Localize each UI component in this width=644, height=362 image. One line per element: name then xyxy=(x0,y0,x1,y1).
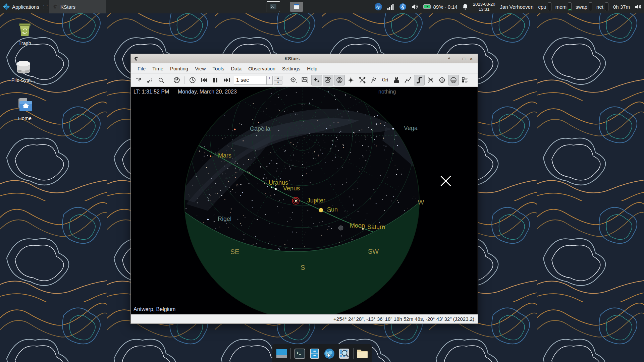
window-icon xyxy=(293,4,300,9)
timestep-plus-button[interactable]: + xyxy=(267,76,272,80)
taskbar-button-kstars[interactable]: KStars xyxy=(49,0,106,13)
zoom-in-button[interactable] xyxy=(133,75,144,85)
battery-indicator[interactable]: 89% - 0:14 xyxy=(423,0,458,13)
desktop-icon-home[interactable]: Home xyxy=(9,97,41,121)
menu-view[interactable]: View xyxy=(192,64,209,73)
toggle-deep-sky-objects-button[interactable] xyxy=(323,75,333,85)
battery-icon xyxy=(423,4,431,9)
dock xyxy=(272,344,372,362)
vega-dot xyxy=(392,128,394,129)
dock-app-finder-button[interactable] xyxy=(338,348,350,360)
toggle-horizontal-grid-button[interactable] xyxy=(437,75,447,85)
toggle-constellation-art-button[interactable] xyxy=(391,75,402,85)
dock-file-cabinet-button[interactable] xyxy=(309,348,321,360)
geographic-location-button[interactable] xyxy=(171,75,182,85)
toggle-equatorial-grid-button[interactable] xyxy=(425,75,436,85)
battery-text: 89% - 0:14 xyxy=(433,4,458,10)
menu-file[interactable]: File xyxy=(134,64,149,73)
pause-clock-button[interactable] xyxy=(210,75,221,85)
kstars-telescope-icon xyxy=(52,4,58,10)
audio-speaker-icon[interactable] xyxy=(635,3,642,10)
menu-time[interactable]: Time xyxy=(149,64,167,73)
venus-label: Venus xyxy=(283,185,300,192)
dock-show-desktop-button[interactable] xyxy=(276,348,288,360)
monitor-cpu[interactable]: cpu xyxy=(538,2,551,11)
timestep-minus-button[interactable]: − xyxy=(267,80,272,84)
toggle-supernovae-button[interactable] xyxy=(345,75,356,85)
time-step-backward-button[interactable] xyxy=(199,75,209,85)
focus-object-text: nothing xyxy=(378,89,396,95)
time-step-forward-button[interactable] xyxy=(221,75,232,85)
monitor-swap[interactable]: swap xyxy=(576,2,592,11)
home-label: Home xyxy=(9,115,41,121)
timestep-arrows: ▲ ▼ xyxy=(274,76,282,85)
find-object-button[interactable] xyxy=(156,75,166,85)
uranus-dot xyxy=(271,187,272,188)
menu-help[interactable]: Help xyxy=(304,64,321,73)
jupiter-label: Jupiter xyxy=(307,197,325,204)
resize-grip[interactable] xyxy=(473,319,477,323)
sky-map[interactable]: CapellaVegaRigelMarsUranusVenusJupiterSu… xyxy=(131,87,478,314)
volume-icon[interactable] xyxy=(411,3,419,10)
window-title: KStars xyxy=(139,56,445,61)
window-maximize-button[interactable]: □ xyxy=(460,56,468,61)
kstars-window: KStars ^ _ □ × FileTimePointingViewTools… xyxy=(130,54,478,324)
filesystem-label: File Syst… xyxy=(7,77,40,83)
monitor-label: mem xyxy=(555,4,567,10)
window-close-button[interactable]: × xyxy=(468,56,475,61)
svg-text:hp: hp xyxy=(376,5,380,9)
bluetooth-icon[interactable] xyxy=(399,3,407,10)
toggle-milky-way-button[interactable] xyxy=(414,75,425,85)
menu-settings[interactable]: Settings xyxy=(279,64,304,73)
monitor-mem[interactable]: mem xyxy=(555,2,572,11)
timestep-unit-spinner: + − xyxy=(267,76,273,85)
menu-data[interactable]: Data xyxy=(227,64,245,73)
notification-bell-icon[interactable] xyxy=(462,3,468,10)
desktop-icon-trash[interactable]: Trash xyxy=(9,21,41,46)
dock-terminal-button[interactable] xyxy=(294,348,306,360)
toggle-constellation-lines-button[interactable] xyxy=(402,75,413,85)
panel-clock[interactable]: 2023-03-20 13:31 xyxy=(473,2,495,12)
menu-observation[interactable]: Observation xyxy=(245,64,279,73)
window-shade-button[interactable]: ^ xyxy=(445,56,453,61)
toggle-opaque-ground-button[interactable] xyxy=(448,75,459,85)
menu-tools[interactable]: Tools xyxy=(209,64,227,73)
monitor-bar xyxy=(548,2,551,11)
timestep-down-button[interactable]: ▼ xyxy=(274,80,282,85)
toolbar-separator xyxy=(184,76,185,84)
cardinal-w: W xyxy=(418,198,424,206)
set-time-button[interactable] xyxy=(187,75,198,85)
dock-file-manager-button[interactable] xyxy=(356,348,368,360)
timestep-control: + − ▲ ▼ xyxy=(234,76,282,85)
timestep-input[interactable] xyxy=(234,76,267,85)
toggle-comets-button[interactable] xyxy=(368,75,379,85)
whats-interesting-button[interactable] xyxy=(460,75,470,85)
home-folder-icon xyxy=(16,97,33,113)
venus-dot xyxy=(275,188,277,190)
window-titlebar[interactable]: KStars ^ _ □ × xyxy=(131,54,478,63)
panel-window-button[interactable] xyxy=(290,2,303,12)
track-object-button[interactable] xyxy=(288,75,299,85)
statusbar: +254° 24' 28", -13° 36' 18" 18h 52m 48s,… xyxy=(131,314,478,323)
toggle-constellation-names-button[interactable]: Ori xyxy=(380,75,390,85)
panel-terminal-button[interactable] xyxy=(267,1,280,12)
network-signal-icon[interactable] xyxy=(387,3,394,10)
hp-device-icon[interactable]: hp xyxy=(374,3,382,11)
window-minimize-button[interactable]: _ xyxy=(453,56,460,61)
menu-pointing[interactable]: Pointing xyxy=(167,64,192,73)
applications-menu-button[interactable]: Applications xyxy=(0,0,42,13)
applications-icon xyxy=(3,3,10,10)
zoom-out-button[interactable] xyxy=(144,75,155,85)
toggle-satellites-button[interactable] xyxy=(357,75,368,85)
timestep-up-button[interactable]: ▲ xyxy=(274,76,282,80)
sky-image-button[interactable] xyxy=(300,75,311,85)
moon-label: Moon xyxy=(350,222,365,229)
cardinal-s: S xyxy=(301,264,305,271)
capella-dot xyxy=(234,128,235,130)
toggle-solar-system-button[interactable] xyxy=(334,75,345,85)
trash-icon xyxy=(17,21,33,38)
desktop-icon-filesystem[interactable]: File Syst… xyxy=(7,59,40,83)
monitor-net[interactable]: net xyxy=(596,2,608,11)
dock-web-browser-button[interactable] xyxy=(323,348,335,360)
toggle-stars-button[interactable] xyxy=(311,75,322,85)
